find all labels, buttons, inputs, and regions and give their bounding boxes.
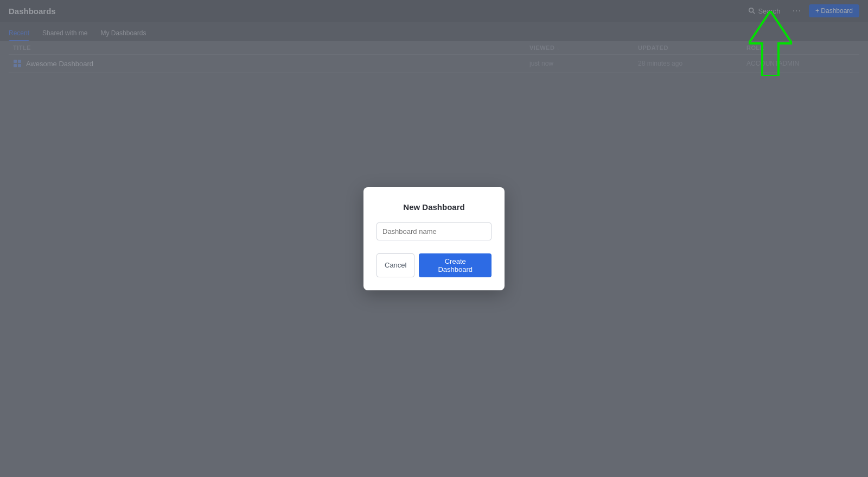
cancel-button[interactable]: Cancel bbox=[376, 253, 414, 277]
create-dashboard-button[interactable]: Create Dashboard bbox=[419, 253, 492, 277]
modal-overlay[interactable]: New Dashboard Cancel Create Dashboard bbox=[0, 0, 868, 477]
new-dashboard-modal: New Dashboard Cancel Create Dashboard bbox=[363, 187, 505, 290]
dashboard-name-input[interactable] bbox=[376, 222, 492, 240]
modal-title: New Dashboard bbox=[376, 202, 492, 212]
modal-actions: Cancel Create Dashboard bbox=[376, 253, 492, 277]
